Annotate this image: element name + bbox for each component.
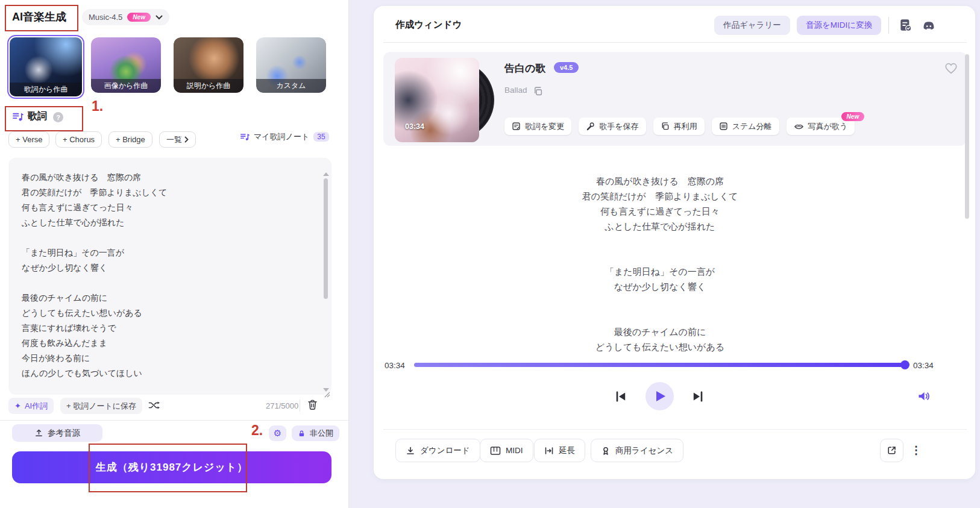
play-button[interactable] (645, 382, 674, 410)
extend-icon (544, 446, 554, 456)
song-title: 告白の歌 (504, 61, 545, 75)
char-counter: 271/5000 (266, 401, 298, 410)
volume-icon[interactable] (917, 389, 931, 403)
mode-label: 画像から作曲 (91, 79, 161, 93)
annotation-step-1: 1. (92, 98, 103, 114)
external-link-icon (887, 445, 897, 456)
lyrics-input[interactable]: 春の風が吹き抜ける 窓際の席 君の笑顔だけが 季節よりまぶしくて 何も言えずに過… (8, 158, 331, 395)
upload-icon (34, 428, 43, 437)
lyric-line: ふとした仕草で心が揺れた (395, 219, 925, 234)
note-icon (240, 132, 250, 142)
mode-card-lyrics[interactable]: 歌詞から作曲 (7, 35, 84, 99)
textarea-scrollbar[interactable] (324, 178, 328, 299)
midi-label: MIDI (506, 446, 523, 455)
progress-bar[interactable] (414, 363, 907, 367)
shuffle-icon[interactable] (148, 400, 160, 410)
help-icon[interactable]: ? (53, 112, 63, 122)
lyric-line: 君の笑顔だけが 季節よりまぶしくて (395, 189, 925, 204)
model-new-badge: New (127, 13, 151, 22)
extend-button[interactable]: 延長 (534, 439, 585, 462)
my-lyrics-notes-button[interactable]: マイ歌詞ノート 35 (240, 131, 329, 142)
stem-separation-label: ステム分離 (732, 121, 772, 132)
mode-thumb-description: 説明から作曲 (174, 37, 243, 93)
settings-button[interactable]: ⚙ (269, 425, 286, 441)
lyrics-stanza-3: 最後のチャイムの前に どうしても伝えたい想いがある (395, 324, 925, 354)
download-label: ダウンロード (420, 445, 470, 456)
task-list-icon[interactable] (898, 17, 914, 33)
change-lyrics-button[interactable]: 歌詞を変更 (504, 118, 571, 135)
mode-card-custom[interactable]: カスタム (256, 37, 326, 93)
gallery-button[interactable]: 作品ギャラリー (714, 16, 790, 35)
resize-grip-icon[interactable] (324, 392, 330, 398)
my-lyrics-notes-label: マイ歌詞ノート (254, 131, 309, 142)
play-icon (656, 390, 666, 402)
panel-scrollbar[interactable] (965, 54, 969, 219)
download-button[interactable]: ダウンロード (395, 439, 480, 462)
license-ribbon-icon (601, 446, 611, 456)
mode-card-image[interactable]: 画像から作曲 (91, 37, 161, 93)
microphone-icon (586, 122, 595, 131)
lyrics-note-icon (12, 111, 24, 122)
reuse-label: 再利用 (674, 121, 697, 132)
version-badge: v4.5 (554, 62, 579, 73)
elapsed-time: 03:34 (385, 361, 405, 370)
stem-separation-button[interactable]: ステム分離 (712, 118, 779, 135)
model-selector[interactable]: Music-4.5 New (82, 9, 169, 25)
save-singer-button[interactable]: 歌手を保存 (579, 118, 645, 135)
song-duration: 03:34 (405, 122, 424, 131)
skip-back-icon[interactable] (614, 389, 628, 404)
trash-icon[interactable] (306, 398, 319, 411)
lyric-line: どうしても伝えたい想いがある (395, 339, 925, 354)
reference-audio-label: 参考音源 (48, 428, 80, 439)
save-to-notes-button[interactable]: + 歌詞ノートに保存 (60, 398, 142, 414)
structure-list-button[interactable]: 一覧 (159, 131, 196, 148)
add-chorus-button[interactable]: + Chorus (55, 131, 102, 148)
reference-audio-button[interactable]: 参考音源 (12, 424, 102, 442)
mode-thumb-custom: カスタム (256, 37, 326, 93)
copy-genre-icon[interactable] (533, 86, 543, 96)
ai-music-app: AI音楽生成 Music-4.5 New 歌詞から作曲 画像から作曲 説明から作… (0, 0, 980, 508)
my-lyrics-notes-count: 35 (313, 132, 328, 142)
photo-sings-new-badge: New (841, 112, 865, 121)
extend-label: 延長 (559, 445, 575, 456)
add-bridge-button[interactable]: + Bridge (108, 131, 152, 148)
progress-handle[interactable] (900, 360, 909, 369)
model-name: Music-4.5 (89, 13, 122, 22)
reuse-button[interactable]: 再利用 (653, 118, 705, 135)
commercial-license-label: 商用ライセンス (615, 445, 673, 456)
lyric-line: 春の風が吹き抜ける 窓際の席 (395, 174, 925, 189)
mode-label: カスタム (256, 79, 326, 93)
scroll-up-arrow[interactable] (323, 172, 329, 176)
midi-button[interactable]: MIDI (480, 439, 533, 462)
skip-forward-icon[interactable] (691, 389, 705, 404)
discord-icon[interactable] (921, 19, 937, 34)
creation-window-title: 作成ウィンドウ (395, 19, 462, 31)
divider (300, 400, 300, 412)
favorite-heart-icon[interactable] (944, 61, 958, 75)
lyrics-stanza-2: 「また明日ね」その一言が なぜか少し切なく響く (395, 264, 925, 294)
commercial-license-button[interactable]: 商用ライセンス (591, 439, 683, 462)
add-verse-button[interactable]: + Verse (8, 131, 49, 148)
more-options-button[interactable]: ⋮ (907, 439, 925, 461)
mode-label: 歌詞から作曲 (10, 83, 82, 96)
stems-icon (719, 122, 728, 131)
mode-card-description[interactable]: 説明から作曲 (174, 37, 243, 93)
song-genre: Ballad (504, 86, 527, 95)
chevron-right-icon (184, 136, 189, 143)
divider (888, 17, 889, 34)
edit-document-icon (512, 122, 521, 131)
kebab-icon: ⋮ (911, 444, 922, 457)
lyric-line: 最後のチャイムの前に (395, 324, 925, 339)
generate-button[interactable]: 生成（残り31987クレジット） (12, 451, 331, 483)
midi-convert-button[interactable]: 音源をMIDIに変換 (797, 16, 881, 35)
photo-sings-label: 写真が歌う (808, 121, 848, 132)
photo-sings-button[interactable]: 写真が歌う New (787, 118, 855, 135)
lyric-line: 「また明日ね」その一言が (395, 264, 925, 279)
ai-write-button[interactable]: ✦ AI作詞 (8, 398, 54, 414)
lyrics-stanza-1: 春の風が吹き抜ける 窓際の席 君の笑顔だけが 季節よりまぶしくて 何も言えずに過… (395, 174, 925, 234)
privacy-button[interactable]: 非公開 (292, 425, 339, 441)
privacy-label: 非公開 (310, 428, 333, 439)
save-singer-label: 歌手を保存 (599, 121, 638, 132)
open-external-button[interactable] (880, 439, 903, 462)
divider (383, 42, 967, 43)
